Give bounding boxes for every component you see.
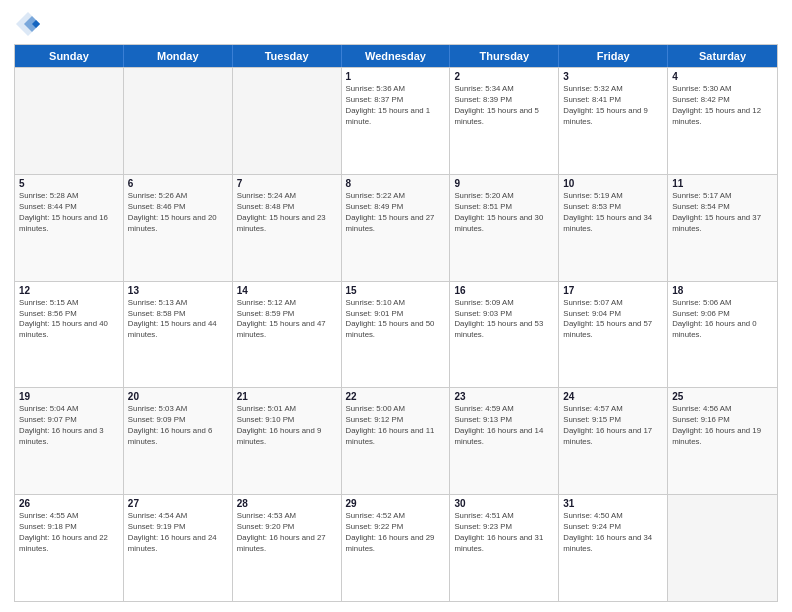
day-cell-4: 4Sunrise: 5:30 AM Sunset: 8:42 PM Daylig…: [668, 68, 777, 174]
calendar-body: 1Sunrise: 5:36 AM Sunset: 8:37 PM Daylig…: [15, 67, 777, 601]
day-detail: Sunrise: 5:12 AM Sunset: 8:59 PM Dayligh…: [237, 298, 337, 342]
day-cell-21: 21Sunrise: 5:01 AM Sunset: 9:10 PM Dayli…: [233, 388, 342, 494]
day-detail: Sunrise: 4:50 AM Sunset: 9:24 PM Dayligh…: [563, 511, 663, 555]
day-detail: Sunrise: 4:59 AM Sunset: 9:13 PM Dayligh…: [454, 404, 554, 448]
day-detail: Sunrise: 5:28 AM Sunset: 8:44 PM Dayligh…: [19, 191, 119, 235]
day-number: 19: [19, 391, 119, 402]
calendar-row-2: 5Sunrise: 5:28 AM Sunset: 8:44 PM Daylig…: [15, 174, 777, 281]
day-number: 20: [128, 391, 228, 402]
logo: [14, 10, 46, 38]
day-cell-11: 11Sunrise: 5:17 AM Sunset: 8:54 PM Dayli…: [668, 175, 777, 281]
day-cell-18: 18Sunrise: 5:06 AM Sunset: 9:06 PM Dayli…: [668, 282, 777, 388]
day-number: 18: [672, 285, 773, 296]
day-cell-31: 31Sunrise: 4:50 AM Sunset: 9:24 PM Dayli…: [559, 495, 668, 601]
day-cell-15: 15Sunrise: 5:10 AM Sunset: 9:01 PM Dayli…: [342, 282, 451, 388]
day-detail: Sunrise: 5:01 AM Sunset: 9:10 PM Dayligh…: [237, 404, 337, 448]
header-cell-monday: Monday: [124, 45, 233, 67]
logo-icon: [14, 10, 42, 38]
header-cell-tuesday: Tuesday: [233, 45, 342, 67]
day-detail: Sunrise: 5:09 AM Sunset: 9:03 PM Dayligh…: [454, 298, 554, 342]
day-number: 16: [454, 285, 554, 296]
day-cell-7: 7Sunrise: 5:24 AM Sunset: 8:48 PM Daylig…: [233, 175, 342, 281]
day-detail: Sunrise: 5:34 AM Sunset: 8:39 PM Dayligh…: [454, 84, 554, 128]
day-detail: Sunrise: 5:00 AM Sunset: 9:12 PM Dayligh…: [346, 404, 446, 448]
header-cell-friday: Friday: [559, 45, 668, 67]
day-number: 9: [454, 178, 554, 189]
day-detail: Sunrise: 5:15 AM Sunset: 8:56 PM Dayligh…: [19, 298, 119, 342]
day-number: 7: [237, 178, 337, 189]
day-detail: Sunrise: 5:22 AM Sunset: 8:49 PM Dayligh…: [346, 191, 446, 235]
calendar: SundayMondayTuesdayWednesdayThursdayFrid…: [14, 44, 778, 602]
day-detail: Sunrise: 4:55 AM Sunset: 9:18 PM Dayligh…: [19, 511, 119, 555]
day-cell-23: 23Sunrise: 4:59 AM Sunset: 9:13 PM Dayli…: [450, 388, 559, 494]
day-number: 21: [237, 391, 337, 402]
day-detail: Sunrise: 5:04 AM Sunset: 9:07 PM Dayligh…: [19, 404, 119, 448]
header-cell-sunday: Sunday: [15, 45, 124, 67]
day-detail: Sunrise: 5:03 AM Sunset: 9:09 PM Dayligh…: [128, 404, 228, 448]
day-number: 26: [19, 498, 119, 509]
day-cell-6: 6Sunrise: 5:26 AM Sunset: 8:46 PM Daylig…: [124, 175, 233, 281]
day-cell-20: 20Sunrise: 5:03 AM Sunset: 9:09 PM Dayli…: [124, 388, 233, 494]
day-detail: Sunrise: 4:57 AM Sunset: 9:15 PM Dayligh…: [563, 404, 663, 448]
day-number: 22: [346, 391, 446, 402]
calendar-row-3: 12Sunrise: 5:15 AM Sunset: 8:56 PM Dayli…: [15, 281, 777, 388]
day-number: 24: [563, 391, 663, 402]
day-detail: Sunrise: 5:07 AM Sunset: 9:04 PM Dayligh…: [563, 298, 663, 342]
day-number: 17: [563, 285, 663, 296]
day-number: 14: [237, 285, 337, 296]
empty-cell-0-0: [15, 68, 124, 174]
empty-cell-4-6: [668, 495, 777, 601]
day-cell-13: 13Sunrise: 5:13 AM Sunset: 8:58 PM Dayli…: [124, 282, 233, 388]
header-cell-thursday: Thursday: [450, 45, 559, 67]
day-cell-27: 27Sunrise: 4:54 AM Sunset: 9:19 PM Dayli…: [124, 495, 233, 601]
day-number: 11: [672, 178, 773, 189]
day-number: 28: [237, 498, 337, 509]
day-detail: Sunrise: 4:56 AM Sunset: 9:16 PM Dayligh…: [672, 404, 773, 448]
day-detail: Sunrise: 5:30 AM Sunset: 8:42 PM Dayligh…: [672, 84, 773, 128]
day-detail: Sunrise: 5:26 AM Sunset: 8:46 PM Dayligh…: [128, 191, 228, 235]
day-detail: Sunrise: 5:19 AM Sunset: 8:53 PM Dayligh…: [563, 191, 663, 235]
header: [14, 10, 778, 38]
day-number: 3: [563, 71, 663, 82]
calendar-row-4: 19Sunrise: 5:04 AM Sunset: 9:07 PM Dayli…: [15, 387, 777, 494]
day-detail: Sunrise: 5:10 AM Sunset: 9:01 PM Dayligh…: [346, 298, 446, 342]
day-number: 6: [128, 178, 228, 189]
day-cell-24: 24Sunrise: 4:57 AM Sunset: 9:15 PM Dayli…: [559, 388, 668, 494]
day-detail: Sunrise: 5:06 AM Sunset: 9:06 PM Dayligh…: [672, 298, 773, 342]
day-number: 29: [346, 498, 446, 509]
header-cell-wednesday: Wednesday: [342, 45, 451, 67]
day-number: 12: [19, 285, 119, 296]
day-detail: Sunrise: 4:53 AM Sunset: 9:20 PM Dayligh…: [237, 511, 337, 555]
day-number: 1: [346, 71, 446, 82]
day-number: 27: [128, 498, 228, 509]
day-cell-3: 3Sunrise: 5:32 AM Sunset: 8:41 PM Daylig…: [559, 68, 668, 174]
day-cell-14: 14Sunrise: 5:12 AM Sunset: 8:59 PM Dayli…: [233, 282, 342, 388]
day-detail: Sunrise: 5:32 AM Sunset: 8:41 PM Dayligh…: [563, 84, 663, 128]
day-number: 2: [454, 71, 554, 82]
day-cell-30: 30Sunrise: 4:51 AM Sunset: 9:23 PM Dayli…: [450, 495, 559, 601]
day-cell-5: 5Sunrise: 5:28 AM Sunset: 8:44 PM Daylig…: [15, 175, 124, 281]
day-detail: Sunrise: 5:13 AM Sunset: 8:58 PM Dayligh…: [128, 298, 228, 342]
day-cell-9: 9Sunrise: 5:20 AM Sunset: 8:51 PM Daylig…: [450, 175, 559, 281]
day-number: 13: [128, 285, 228, 296]
day-detail: Sunrise: 5:17 AM Sunset: 8:54 PM Dayligh…: [672, 191, 773, 235]
day-cell-1: 1Sunrise: 5:36 AM Sunset: 8:37 PM Daylig…: [342, 68, 451, 174]
day-detail: Sunrise: 4:52 AM Sunset: 9:22 PM Dayligh…: [346, 511, 446, 555]
empty-cell-0-1: [124, 68, 233, 174]
day-number: 15: [346, 285, 446, 296]
day-cell-8: 8Sunrise: 5:22 AM Sunset: 8:49 PM Daylig…: [342, 175, 451, 281]
day-detail: Sunrise: 4:54 AM Sunset: 9:19 PM Dayligh…: [128, 511, 228, 555]
day-cell-25: 25Sunrise: 4:56 AM Sunset: 9:16 PM Dayli…: [668, 388, 777, 494]
day-cell-26: 26Sunrise: 4:55 AM Sunset: 9:18 PM Dayli…: [15, 495, 124, 601]
empty-cell-0-2: [233, 68, 342, 174]
day-cell-17: 17Sunrise: 5:07 AM Sunset: 9:04 PM Dayli…: [559, 282, 668, 388]
day-detail: Sunrise: 5:36 AM Sunset: 8:37 PM Dayligh…: [346, 84, 446, 128]
day-number: 31: [563, 498, 663, 509]
day-cell-22: 22Sunrise: 5:00 AM Sunset: 9:12 PM Dayli…: [342, 388, 451, 494]
day-number: 5: [19, 178, 119, 189]
day-cell-16: 16Sunrise: 5:09 AM Sunset: 9:03 PM Dayli…: [450, 282, 559, 388]
day-cell-10: 10Sunrise: 5:19 AM Sunset: 8:53 PM Dayli…: [559, 175, 668, 281]
day-detail: Sunrise: 4:51 AM Sunset: 9:23 PM Dayligh…: [454, 511, 554, 555]
day-number: 30: [454, 498, 554, 509]
day-number: 23: [454, 391, 554, 402]
